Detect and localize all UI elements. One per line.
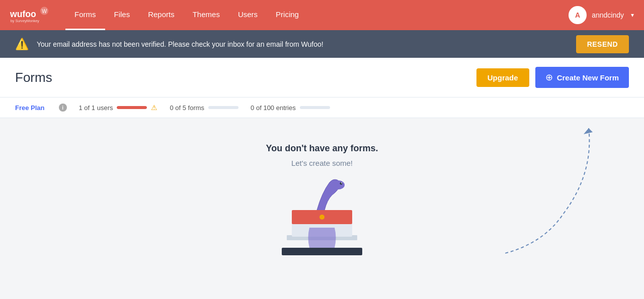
create-form-button[interactable]: ⊕ Create New Form: [535, 67, 629, 88]
plan-bar: Free Plan i 1 of 1 users ⚠ 0 of 5 forms …: [0, 97, 644, 118]
users-stat: 1 of 1 users ⚠: [79, 104, 158, 112]
nav-reports[interactable]: Reports: [139, 0, 184, 30]
main-header: Forms Upgrade ⊕ Create New Form: [0, 58, 644, 97]
warning-icon: ⚠️: [15, 38, 29, 51]
svg-point-10: [333, 180, 345, 189]
username-label: anndcindy: [592, 11, 624, 19]
banner-message: Your email address has not been verified…: [37, 40, 568, 48]
nav-files[interactable]: Files: [105, 0, 139, 30]
page-title: Forms: [15, 70, 52, 85]
svg-text:wufoo: wufoo: [10, 9, 36, 19]
empty-title: You don't have any forms.: [266, 143, 378, 154]
empty-state: You don't have any forms. Let's create s…: [266, 143, 378, 167]
nav-users[interactable]: Users: [229, 0, 267, 30]
users-stat-label: 1 of 1 users: [79, 104, 113, 112]
forms-stat: 0 of 5 forms: [170, 104, 238, 112]
users-progress-fill: [117, 106, 147, 109]
forms-progress-bar: [208, 106, 238, 109]
svg-marker-4: [584, 128, 593, 134]
nav-themes[interactable]: Themes: [184, 0, 229, 30]
logo[interactable]: wufoo by SurveyMonkey W: [10, 5, 50, 25]
entries-progress-bar: [300, 106, 330, 109]
nav-right: A anndcindy ▾: [569, 6, 634, 24]
dashed-arrow-decoration: [463, 123, 604, 266]
dino-illustration: [267, 177, 377, 270]
resend-button[interactable]: RESEND: [576, 35, 629, 53]
svg-point-11: [340, 182, 343, 185]
entries-stat-label: 0 of 100 entries: [251, 104, 296, 112]
header-actions: Upgrade ⊕ Create New Form: [476, 67, 629, 88]
verification-banner: ⚠️ Your email address has not been verif…: [0, 30, 644, 58]
nav-pricing[interactable]: Pricing: [267, 0, 308, 30]
svg-rect-5: [282, 248, 362, 255]
users-warning-icon: ⚠: [151, 104, 157, 112]
nav-links: Forms Files Reports Themes Users Pricing: [65, 0, 569, 30]
create-form-label: Create New Form: [557, 73, 619, 82]
nav-forms[interactable]: Forms: [65, 0, 105, 30]
svg-point-12: [341, 182, 342, 183]
navbar: wufoo by SurveyMonkey W Forms Files Repo…: [0, 0, 644, 30]
entries-stat: 0 of 100 entries: [251, 104, 330, 112]
plus-icon: ⊕: [545, 72, 553, 83]
empty-subtitle: Let's create some!: [266, 159, 378, 167]
plan-name[interactable]: Free Plan: [15, 104, 45, 112]
upgrade-button[interactable]: Upgrade: [476, 68, 529, 87]
svg-text:W: W: [42, 9, 47, 14]
users-progress-bar: [117, 106, 147, 109]
user-dropdown-icon[interactable]: ▾: [631, 12, 634, 19]
svg-point-9: [319, 215, 325, 220]
plan-info-icon[interactable]: i: [59, 104, 67, 112]
forms-stat-label: 0 of 5 forms: [170, 104, 204, 112]
content-area: You don't have any forms. Let's create s…: [0, 118, 644, 299]
avatar: A: [569, 6, 587, 24]
svg-text:by SurveyMonkey: by SurveyMonkey: [11, 19, 40, 23]
